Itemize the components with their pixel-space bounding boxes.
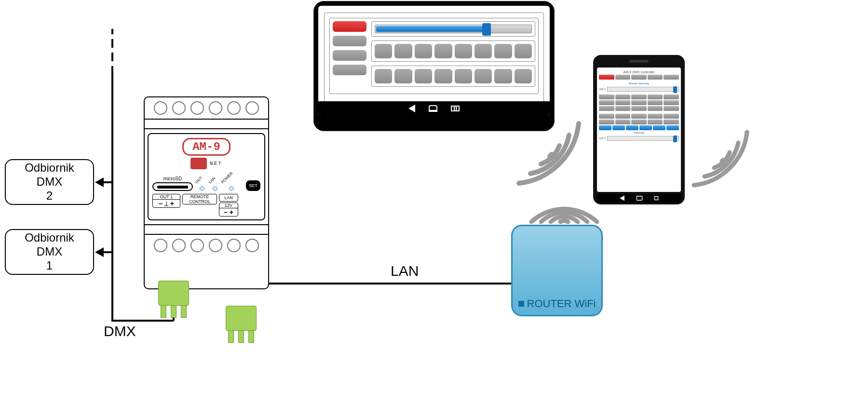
port-remote: REMOTE CONTROL xyxy=(182,194,217,204)
phone-grid-btn[interactable] xyxy=(615,95,631,99)
phone-top-btn[interactable] xyxy=(631,75,647,80)
set-button[interactable]: SET xyxy=(246,180,260,191)
phone-grid-btn[interactable] xyxy=(648,114,663,119)
tablet-preset-btn[interactable] xyxy=(434,69,452,83)
port-remote-title: REMOTE xyxy=(183,194,217,199)
phone-grid-btn[interactable] xyxy=(599,106,614,111)
tablet-slider-frame xyxy=(371,21,535,37)
controller-faceplate: AM-9 NET microSD OUT LAN POWER S xyxy=(148,133,265,220)
sigma-icon xyxy=(190,158,207,169)
phone-master-slider[interactable] xyxy=(607,87,679,92)
phone-intensity-slider[interactable] xyxy=(607,136,679,141)
back-icon[interactable] xyxy=(620,195,624,201)
tablet-preset-btn[interactable] xyxy=(415,44,432,58)
tablet-side-btn-2[interactable] xyxy=(333,36,366,46)
phone-grid-btn[interactable] xyxy=(648,100,663,105)
tablet-side-btn-1[interactable] xyxy=(333,21,366,32)
svg-marker-0 xyxy=(95,177,104,187)
phone-off2-label: OFF 2 xyxy=(599,137,606,140)
phone-grid-btn[interactable] xyxy=(615,114,631,119)
port-12v-sym: – + xyxy=(224,208,233,216)
phone-blue-btn[interactable] xyxy=(653,125,665,130)
tablet-preset-btn[interactable] xyxy=(475,44,492,58)
back-icon[interactable] xyxy=(408,105,415,112)
tablet-preset-btn[interactable] xyxy=(515,44,532,58)
dmx-receiver-1-box: Odbiornik DMX 1 xyxy=(5,229,94,275)
phone-grid-btn[interactable] xyxy=(631,106,647,111)
wifi-waves-router xyxy=(526,178,603,231)
phone-top-btn[interactable] xyxy=(615,75,631,80)
tablet-preset-btn[interactable] xyxy=(375,69,392,83)
phone-grid-btn[interactable] xyxy=(599,100,614,105)
dmx-receiver-2-box: Odbiornik DMX 2 xyxy=(5,159,94,205)
green-plug-right xyxy=(226,306,257,331)
phone-grid-btn[interactable] xyxy=(648,120,663,124)
tablet-side-btn-3[interactable] xyxy=(333,50,366,61)
tablet-preset-btn[interactable] xyxy=(494,44,512,58)
wifi-waves-tablet xyxy=(511,116,588,188)
tablet-preset-btn[interactable] xyxy=(494,69,512,83)
home-icon[interactable] xyxy=(429,105,437,112)
phone-grid-btn[interactable] xyxy=(631,95,647,99)
phone-blue-btn[interactable] xyxy=(639,125,652,130)
phone-grid-btn[interactable] xyxy=(664,106,679,111)
phone-nav-bar xyxy=(597,194,681,203)
phone-blue-btn[interactable] xyxy=(626,125,638,130)
phone-grid-btn[interactable] xyxy=(648,106,663,111)
port-out1-title: OUT 1 xyxy=(153,194,180,200)
tablet-btn-row-2 xyxy=(375,69,532,83)
brand-badge: NET xyxy=(152,158,260,169)
phone-top-btn[interactable] xyxy=(664,75,679,80)
phone-blue-btn[interactable] xyxy=(612,125,625,130)
phone-grid-btn[interactable] xyxy=(631,114,647,119)
recent-icon[interactable] xyxy=(654,196,658,200)
phone-grid-btn[interactable] xyxy=(631,120,647,124)
router-label: ROUTER WiFi xyxy=(527,298,596,310)
phone-screen[interactable]: AM-9 DMX controller Master Intensity OFF… xyxy=(597,68,681,192)
tablet-side-btn-4[interactable] xyxy=(333,65,366,75)
wifi-router: ROUTER WiFi xyxy=(511,225,603,316)
tablet-preset-btn[interactable] xyxy=(434,44,452,58)
phone-grid-btn[interactable] xyxy=(599,95,614,99)
phone-top-btn[interactable] xyxy=(648,75,663,80)
led-lan xyxy=(213,186,217,191)
tablet-preset-btn[interactable] xyxy=(375,44,392,58)
tablet-preset-btn[interactable] xyxy=(475,69,492,83)
dmx-receiver-2-label: Odbiornik DMX 2 xyxy=(25,161,74,203)
led-out-label: OUT xyxy=(194,176,205,186)
port-12v-title: 12V xyxy=(219,203,238,208)
port-lan-title: LAN xyxy=(224,195,233,200)
phone-grid-btn[interactable] xyxy=(664,114,679,119)
tablet-preset-btn[interactable] xyxy=(394,44,412,58)
phone-grid-btn[interactable] xyxy=(664,100,679,105)
tablet-master-slider[interactable] xyxy=(375,25,532,33)
phone-blue-btn[interactable] xyxy=(666,125,679,130)
phone-grid-btn[interactable] xyxy=(615,100,631,105)
phone-grid-btn[interactable] xyxy=(648,95,663,99)
phone-grid-btn[interactable] xyxy=(615,106,631,111)
lan-label: LAN xyxy=(391,263,419,279)
led-lan-label: LAN xyxy=(208,176,218,186)
phone-blue-btn[interactable] xyxy=(599,125,611,130)
microsd-slot-group: microSD xyxy=(152,176,193,191)
phone-grid-btn[interactable] xyxy=(664,120,679,124)
phone-app-title: AM-9 DMX controller xyxy=(599,69,679,75)
phone-grid-btn[interactable] xyxy=(599,120,614,124)
tablet-preset-btn[interactable] xyxy=(394,69,412,83)
phone-off-button[interactable] xyxy=(599,75,614,80)
led-out xyxy=(200,186,204,191)
tablet-preset-btn[interactable] xyxy=(455,69,472,83)
port-remote-sub: CONTROL xyxy=(189,199,210,204)
svg-marker-1 xyxy=(95,247,104,257)
tablet-preset-btn[interactable] xyxy=(515,69,532,83)
tablet-screen[interactable] xyxy=(318,6,550,116)
home-icon[interactable] xyxy=(637,196,643,201)
phone-grid-btn[interactable] xyxy=(664,95,679,99)
phone-grid-btn[interactable] xyxy=(615,120,631,124)
recent-icon[interactable] xyxy=(451,106,460,111)
model-name: AM-9 xyxy=(192,140,220,153)
phone-grid-btn[interactable] xyxy=(599,114,614,119)
tablet-preset-btn[interactable] xyxy=(455,44,472,58)
tablet-preset-btn[interactable] xyxy=(415,69,432,83)
phone-grid-btn[interactable] xyxy=(631,100,647,105)
